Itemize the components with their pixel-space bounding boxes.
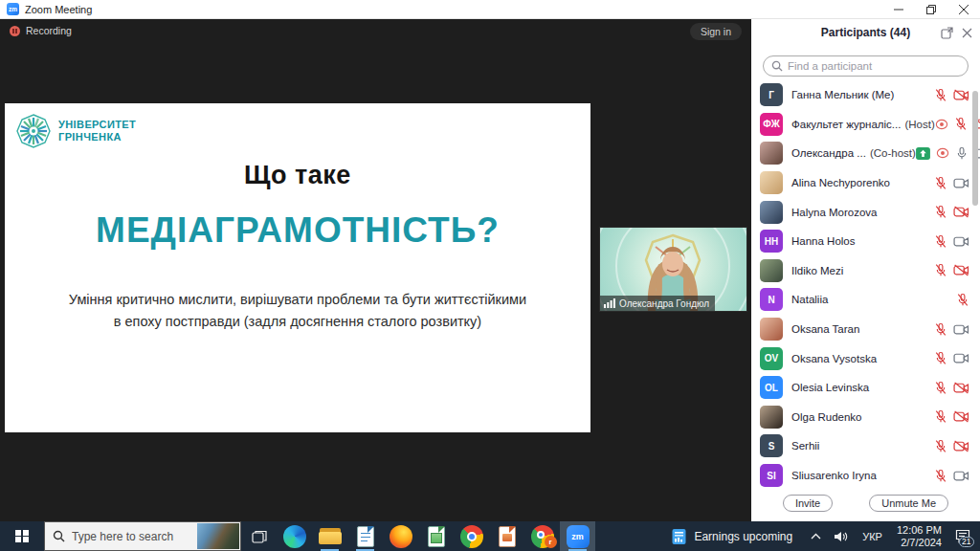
taskbar-app-writer[interactable] [347, 521, 383, 551]
chrome-icon [460, 525, 483, 548]
mic-muted-icon[interactable] [934, 88, 947, 102]
search-highlight-image[interactable] [197, 523, 239, 549]
tray-volume[interactable] [828, 521, 856, 551]
taskbar-clock[interactable]: 12:06 PM 2/7/2024 [889, 524, 949, 549]
mic-muted-icon[interactable] [934, 263, 947, 277]
invite-button[interactable]: Invite [783, 495, 833, 512]
university-logo-text: УНІВЕРСИТЕТ ГРІНЧЕНКА [58, 119, 136, 143]
chevron-up-icon [811, 533, 821, 540]
participant-row[interactable]: SI Sliusarenko Iryna [760, 461, 969, 491]
taskbar-app-calc[interactable] [418, 521, 454, 551]
zoom-icon: zm [567, 525, 590, 548]
participant-row[interactable]: Alina Nechyporenko [760, 168, 969, 198]
tray-chevron[interactable] [804, 521, 828, 551]
avatar-photo [760, 318, 783, 341]
close-panel-icon[interactable] [962, 28, 972, 38]
participant-name: Alina Nechyporenko [791, 177, 890, 188]
mic-muted-icon[interactable] [934, 381, 947, 395]
participants-panel: Participants (44) Г Ганна Мельник (Me) Ф… [751, 19, 980, 521]
taskbar-app-chrome-r[interactable]: r [524, 521, 560, 551]
mic-muted-icon[interactable] [934, 469, 947, 483]
participants-footer: Invite Unmute Me [751, 495, 980, 512]
video-name-label: Олександра Гондюл [600, 296, 715, 311]
participant-row[interactable]: Olga Rudenko [760, 403, 969, 432]
restore-button[interactable] [915, 0, 947, 18]
participant-row[interactable]: N Nataliia [760, 285, 969, 315]
video-on-icon[interactable] [953, 470, 969, 482]
close-button[interactable] [947, 0, 980, 18]
writer-icon [354, 525, 377, 548]
mic-muted-icon[interactable] [934, 322, 947, 337]
mic-muted-icon[interactable] [934, 351, 947, 365]
video-on-icon[interactable] [953, 323, 969, 336]
video-off-icon[interactable] [953, 206, 969, 218]
video-on-icon[interactable] [953, 352, 969, 364]
participant-row[interactable]: Ildiko Mezi [760, 256, 969, 286]
connection-signal-icon [604, 298, 615, 308]
participant-row[interactable]: OL Olesia Levinska [760, 373, 969, 403]
participant-row[interactable]: Halyna Morozova [760, 197, 969, 227]
start-button[interactable] [0, 521, 44, 551]
screen: zm Zoom Meeting Recording Sign in [0, 0, 980, 551]
popout-icon[interactable] [941, 27, 953, 39]
task-view-button[interactable] [241, 521, 277, 551]
taskbar-app-firefox[interactable] [383, 521, 418, 551]
taskbar-app-file-explorer[interactable] [312, 521, 347, 551]
participant-row[interactable]: HH Hanna Holos [760, 227, 969, 256]
video-off-icon[interactable] [953, 410, 969, 423]
participant-row[interactable]: ФЖ Факультет журналіс... (Host) [760, 110, 969, 140]
mic-muted-icon[interactable] [934, 176, 947, 190]
participant-name: Olesia Levinska [791, 382, 869, 393]
mic-muted-icon[interactable] [954, 117, 968, 131]
recording-pause-icon [10, 26, 20, 36]
taskbar-app-edge[interactable] [277, 521, 312, 551]
slide-title-big: МЕДІАГРАМОТНІСТЬ? [5, 210, 590, 251]
participant-row[interactable]: OV Oksana Vysotska [760, 343, 969, 373]
video-off-icon[interactable] [953, 89, 969, 101]
participant-row[interactable]: S Serhii [760, 431, 969, 461]
slide-subtitle: Уміння критично мислити, вирішувати проб… [5, 289, 590, 333]
video-off-icon[interactable] [953, 382, 969, 394]
taskbar-search-input[interactable] [72, 530, 187, 543]
recording-label: Recording [26, 25, 72, 36]
video-off-icon[interactable] [953, 440, 969, 452]
sign-in-button[interactable]: Sign in [690, 23, 742, 40]
participant-status-icons [934, 469, 969, 483]
mic-muted-icon[interactable] [934, 205, 947, 219]
participant-row[interactable]: Олександра ... (Co-host) [760, 139, 969, 168]
video-on-icon[interactable] [953, 235, 969, 248]
recording-indicator[interactable]: Recording [10, 25, 72, 36]
participant-name: Oksana Vysotska [791, 353, 877, 364]
minimize-button[interactable] [882, 0, 915, 18]
news-widget[interactable]: Earnings upcoming [660, 521, 804, 551]
participant-row[interactable]: Oksana Taran [760, 315, 969, 344]
participant-status-icons [934, 234, 969, 249]
mic-muted-icon[interactable] [934, 439, 947, 453]
firefox-icon [390, 525, 412, 548]
video-off-icon[interactable] [953, 264, 969, 276]
participant-name: Oksana Taran [791, 323, 859, 335]
mic-muted-icon[interactable] [956, 293, 969, 307]
participant-search[interactable] [763, 55, 969, 77]
mic-muted-icon[interactable] [934, 409, 947, 424]
taskbar-app-zoom[interactable]: zm [560, 521, 595, 551]
participant-status-icons [934, 351, 969, 365]
participant-search-input[interactable] [788, 60, 960, 72]
participant-row[interactable]: Г Ганна Мельник (Me) [760, 80, 969, 110]
video-on-icon[interactable] [953, 177, 969, 189]
action-center-button[interactable]: 21 [949, 521, 980, 551]
participant-name: Serhii [791, 440, 819, 452]
taskbar-search[interactable] [44, 521, 241, 551]
language-indicator[interactable]: УКР [856, 521, 889, 551]
presenter-video-thumbnail[interactable]: Олександра Гондюл [600, 228, 746, 311]
mic-on-icon[interactable] [955, 146, 969, 161]
participants-scrollbar[interactable] [972, 91, 978, 206]
mic-muted-icon[interactable] [934, 234, 947, 249]
avatar: OV [760, 347, 783, 370]
avatar: HH [760, 230, 783, 253]
taskbar-app-impress[interactable] [489, 521, 524, 551]
participant-status-icons [934, 205, 969, 219]
participant-name: Факультет журналіс... [791, 119, 901, 130]
taskbar-app-chrome[interactable] [454, 521, 489, 551]
unmute-me-button[interactable]: Unmute Me [869, 495, 948, 512]
